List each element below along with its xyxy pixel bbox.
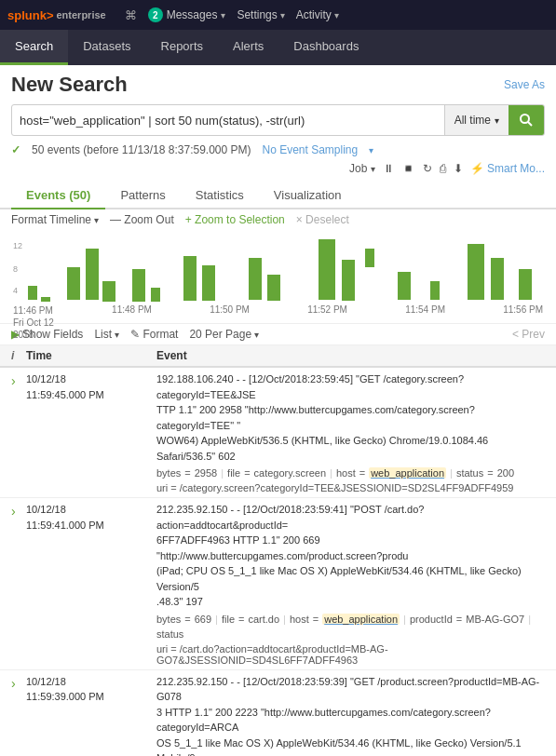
activity-link[interactable]: Activity ▾ (296, 8, 339, 21)
uri-text: uri = /cart.do?action=addtocart&productI… (156, 643, 545, 666)
expand-button[interactable]: › (11, 674, 26, 691)
top-nav: splunk> enterprise ⌘ 2 Messages ▾ Settin… (0, 0, 556, 30)
meta-host-key: host (290, 614, 309, 625)
search-button[interactable] (509, 105, 544, 135)
svg-text:4: 4 (13, 286, 18, 295)
meta-productid-key: productId (410, 614, 453, 625)
settings-link[interactable]: Settings ▾ (237, 8, 284, 21)
event-count: 50 events (before 11/13/18 8:37:59.000 P… (32, 143, 251, 156)
smart-mode-button[interactable]: ⚡ Smart Mo... (470, 162, 545, 175)
meta-pipe: | (330, 467, 332, 479)
activity-arrow: ▾ (334, 10, 339, 20)
event-uri: uri = /cart.do?action=addtocart&productI… (156, 643, 545, 666)
meta-pipe: | (215, 614, 218, 625)
event-meta: bytes = 669 | file = cart.do | host = we… (156, 614, 545, 640)
svg-rect-16 (319, 239, 335, 300)
chart-area: 12 8 4 11:46 PMFri Oct 122018 11:48 PM 1… (0, 230, 556, 323)
export-button[interactable]: ⬇ (454, 162, 463, 175)
nav-icon-2[interactable]: 2 Messages ▾ (148, 7, 226, 22)
search-input[interactable] (12, 114, 444, 128)
enterprise-text: enterprise (57, 9, 106, 20)
splunk-logo: splunk> enterprise (7, 8, 106, 22)
timeline-toolbar: Format Timeline ▾ — Zoom Out + Zoom to S… (0, 209, 556, 230)
format-timeline-button[interactable]: Format Timeline ▾ (11, 213, 99, 226)
event-uri: uri = /category.screen?categoryId=TEE&JS… (156, 482, 545, 493)
stop-button[interactable]: ◾ (401, 162, 415, 175)
expand-button[interactable]: › (11, 371, 26, 388)
save-as-button[interactable]: Save As (504, 78, 545, 91)
search-bar: All time ▾ (11, 104, 545, 136)
event-text: 212.235.92.150 - - [12/Oct/2018:23:59:39… (156, 674, 545, 757)
chart-label-4: 11:52 PM (307, 304, 347, 341)
tab-bar: Events (50) Patterns Statistics Visualiz… (0, 182, 556, 209)
meta-eq: = (456, 614, 462, 625)
svg-rect-11 (151, 288, 160, 302)
page-title: New Search (11, 73, 128, 97)
no-sampling-button[interactable]: No Event Sampling (263, 143, 359, 156)
nav-icon-1[interactable]: ⌘ (125, 8, 137, 22)
event-time: 10/12/1811:59:41.000 PM (26, 502, 156, 533)
zoom-to-selection-button[interactable]: + Zoom to Selection (185, 213, 285, 226)
svg-rect-5 (28, 286, 37, 300)
second-nav: Search Datasets Reports Alerts Dashboard… (0, 30, 556, 65)
nav-tab-search[interactable]: Search (0, 30, 68, 65)
event-time: 10/12/1811:59:45.000 PM (26, 371, 156, 402)
job-button[interactable]: Job ▾ (349, 162, 375, 175)
refresh-button[interactable]: ↻ (423, 162, 432, 175)
print-button[interactable]: ⎙ (440, 162, 446, 175)
col-header-time: Time (26, 349, 156, 362)
tab-statistics[interactable]: Statistics (181, 182, 259, 209)
expand-button[interactable]: › (11, 502, 26, 519)
event-row-top: › 10/12/1811:59:45.000 PM 192.188.106.24… (11, 371, 545, 464)
table-row: › 10/12/1811:59:41.000 PM 212.235.92.150… (0, 498, 556, 670)
svg-rect-15 (267, 275, 280, 301)
meta-file-key: file (227, 467, 240, 479)
meta-pipe: | (450, 467, 453, 479)
event-row-top: › 10/12/1811:59:39.000 PM 212.235.92.150… (11, 674, 545, 757)
chart-labels: 11:46 PMFri Oct 122018 11:48 PM 11:50 PM… (11, 304, 545, 341)
meta-bytes-val: 669 (195, 614, 211, 625)
meta-eq: = (244, 467, 250, 479)
time-picker-button[interactable]: All time ▾ (444, 105, 509, 135)
messages-arrow: ▾ (221, 10, 225, 20)
svg-rect-10 (132, 269, 145, 302)
event-time: 10/12/1811:59:39.000 PM (26, 674, 156, 705)
col-header-event: Event (156, 349, 545, 362)
svg-text:12: 12 (13, 241, 22, 250)
nav-tab-alerts[interactable]: Alerts (218, 30, 278, 65)
zoom-out-button[interactable]: — Zoom Out (110, 213, 174, 226)
meta-file-key: file (222, 614, 235, 625)
time-picker-arrow: ▾ (495, 115, 499, 126)
table-header: i Time Event (0, 345, 556, 368)
tab-visualization[interactable]: Visualization (259, 182, 357, 209)
svg-rect-6 (41, 297, 50, 302)
meta-pipe: | (403, 614, 406, 625)
status-check: ✓ (11, 143, 20, 156)
pause-button[interactable]: ⏸ (383, 162, 394, 175)
tab-patterns[interactable]: Patterns (105, 182, 180, 209)
deselect-button[interactable]: × Deselect (296, 213, 349, 226)
nav-tab-reports[interactable]: Reports (146, 30, 219, 65)
meta-host-key: host (336, 467, 356, 479)
meta-bytes-key: bytes (156, 467, 181, 479)
svg-rect-13 (202, 265, 215, 301)
job-toolbar: Job ▾ ⏸ ◾ ↻ ⎙ ⬇ ⚡ Smart Mo... (0, 158, 556, 179)
messages-link[interactable]: Messages (167, 8, 218, 21)
table-row: › 10/12/1811:59:45.000 PM 192.188.106.24… (0, 368, 556, 498)
meta-eq: = (184, 614, 190, 625)
svg-rect-20 (430, 281, 440, 300)
svg-text:8: 8 (13, 264, 18, 274)
nav-tab-dashboards[interactable]: Dashboards (278, 30, 373, 65)
svg-line-1 (528, 122, 532, 126)
event-meta: bytes = 2958 | file = category.screen | … (156, 467, 545, 479)
meta-file-val: category.screen (254, 467, 326, 479)
meta-pipe: | (283, 614, 286, 625)
meta-eq: = (313, 614, 319, 625)
meta-host-val[interactable]: web_application (322, 614, 400, 625)
nav-tab-datasets[interactable]: Datasets (68, 30, 145, 65)
events-list: › 10/12/1811:59:45.000 PM 192.188.106.24… (0, 368, 556, 756)
status-bar: ✓ 50 events (before 11/13/18 8:37:59.000… (0, 142, 556, 158)
tab-events[interactable]: Events (50) (11, 182, 105, 209)
meta-host-val[interactable]: web_application (369, 467, 446, 479)
meta-status-val: 200 (497, 467, 514, 479)
